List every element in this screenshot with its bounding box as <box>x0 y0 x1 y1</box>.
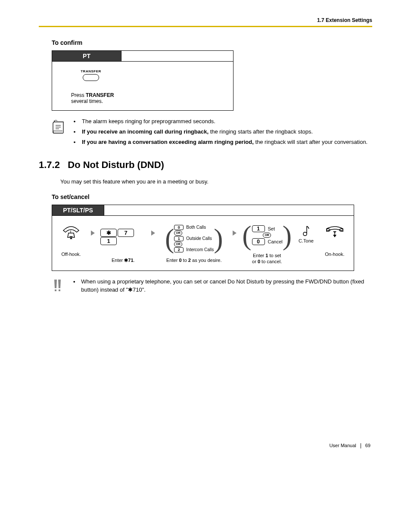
onhook-icon <box>324 224 346 239</box>
keypad-sequence: ✱71 <box>100 224 146 245</box>
dnd-note-list: • When using a proprietary telephone, yo… <box>72 278 372 296</box>
setcancel-caption: Enter 1 to set or 0 to cancel. <box>252 252 282 265</box>
list-item: • If you receive an incoming call during… <box>72 128 372 136</box>
setcancel-box-tab: PT/SLT/PS <box>52 205 104 216</box>
svg-rect-10 <box>55 289 56 291</box>
header-rule <box>39 26 372 27</box>
key-1: 1 <box>100 237 117 245</box>
section-intro: You may set this feature when you are in… <box>60 178 372 185</box>
transfer-button-label: TRANSFER <box>56 69 125 73</box>
list-item: • The alarm keeps ringing for preprogram… <box>72 118 372 125</box>
section-heading: 1.7.2 Do Not Disturb (DND) <box>39 159 372 171</box>
key-star: ✱ <box>100 229 117 237</box>
svg-rect-11 <box>59 289 60 291</box>
arrow-icon <box>233 230 237 236</box>
list-item: • When using a proprietary telephone, yo… <box>72 278 372 293</box>
svg-marker-7 <box>333 231 336 233</box>
calltype-caption: Enter 0 to 2 as you desire. <box>166 257 221 263</box>
confirm-note-list: • The alarm keeps ringing for preprogram… <box>72 118 372 149</box>
enter-code-caption: Enter ✱71. <box>112 257 135 263</box>
confirm-box: PT TRANSFER Press TRANSFER several times… <box>52 50 234 111</box>
offhook-caption: Off-hook. <box>62 251 81 257</box>
arrow-icon <box>151 230 155 236</box>
page-footer: User Manual69 <box>39 443 372 448</box>
ctone-icon <box>301 224 311 237</box>
arrow-icon <box>91 230 95 236</box>
transfer-caption: Press TRANSFER several times. <box>71 92 125 104</box>
onhook-caption: On-hook. <box>325 251 344 257</box>
transfer-button-icon <box>83 74 99 81</box>
setcancel-heading: To set/cancel <box>52 193 372 200</box>
header-section-label: 1.7 Extension Settings <box>39 17 372 26</box>
option-group-setcancel: ( 1Set OR 0Cancel ) <box>242 224 292 246</box>
ctone-label: C.Tone <box>299 238 314 243</box>
exclamation-icon <box>52 278 66 296</box>
confirm-box-tab: PT <box>52 51 121 62</box>
key-7: 7 <box>118 229 134 237</box>
option-group-calltype: ( 0Both Calls OR 1Outside Calls OR 2Inte… <box>165 224 223 253</box>
svg-marker-9 <box>333 235 336 237</box>
list-item: • If you are having a conversation excee… <box>72 138 372 146</box>
offhook-icon <box>62 224 81 239</box>
notepad-icon <box>52 118 66 149</box>
setcancel-box: PT/SLT/PS Off-hook. <box>52 205 354 271</box>
to-confirm-heading: To confirm <box>52 39 372 46</box>
